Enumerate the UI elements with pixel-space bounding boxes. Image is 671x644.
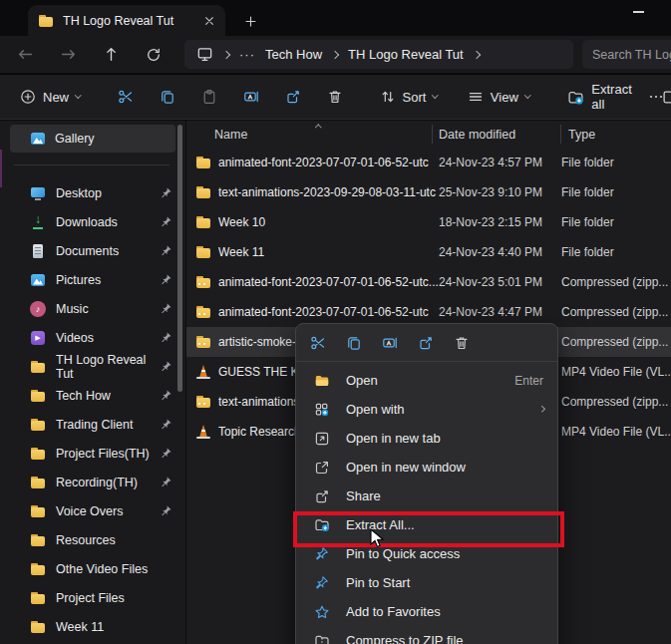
pin-icon [160,244,172,257]
extract-all-label: Extract all [591,82,631,112]
rename-icon[interactable] [382,335,398,351]
sidebar-item[interactable]: Resources [0,525,185,554]
this-pc-icon[interactable] [196,46,213,63]
sidebar-item[interactable]: Downloads [0,207,185,236]
file-name: text-animations-2023-09-29-08-03-11-utc [218,185,439,199]
menu-item-label: Open in new tab [346,431,441,446]
close-tab-icon[interactable] [203,15,215,27]
cut-button[interactable] [105,83,147,111]
file-name: Week 10 [218,215,439,229]
folder-icon [30,417,46,433]
copy-button[interactable] [147,83,188,111]
delete-button[interactable] [314,83,356,111]
file-date-modified: 24-Nov-23 5:01 PM [439,275,561,289]
trash-icon[interactable] [454,335,470,351]
sidebar-item[interactable]: Recording(TH) [0,468,185,496]
menu-item-share[interactable]: Share [296,482,557,510]
column-header-type[interactable]: Type [568,128,595,142]
details-pane-icon[interactable] [662,89,671,110]
sidebar-item[interactable]: TH Logo Reveal Tut [0,352,185,381]
sidebar-scrollbar[interactable] [177,125,182,392]
new-button[interactable]: New [12,83,89,111]
file-row[interactable]: text-animations-2023-09-29-08-03-11-utc … [186,177,671,207]
pin-icon [160,389,172,402]
sidebar-item-gallery[interactable]: Gallery [10,125,175,153]
sidebar-item[interactable]: Desktop [0,178,185,207]
copy-icon[interactable] [346,335,362,351]
new-tab-button[interactable] [237,8,263,34]
sidebar-item[interactable]: Music [0,294,185,323]
column-resize-handle[interactable] [560,125,561,144]
file-type: Compressed (zipp... [561,275,671,289]
breadcrumb-item-current[interactable]: TH Logo Reveal Tut [348,47,464,62]
paste-button[interactable] [188,83,230,111]
file-row[interactable]: Week 10 18-Nov-23 2:15 PM File folder [186,207,671,237]
breadcrumb-overflow[interactable]: ··· [239,47,255,62]
file-name: Week 11 [218,245,439,259]
minimize-button[interactable] [633,6,649,18]
sidebar-item[interactable]: Tech How [0,381,185,410]
menu-item-add-to-favorites[interactable]: Add to Favorites [296,597,557,626]
folder-icon [30,388,46,404]
zip-icon [195,304,211,320]
up-button[interactable] [94,41,128,69]
column-resize-handle[interactable] [432,125,433,144]
view-button-label: View [491,90,518,105]
sidebar-item[interactable]: Trading Client [0,410,185,439]
explorer-tab[interactable]: TH Logo Reveal Tut [28,5,225,36]
file-date-modified: 24-Nov-23 4:47 PM [439,305,561,319]
submenu-chevron-icon [538,406,544,412]
menu-item-pin-to-start[interactable]: Pin to Start [296,568,557,597]
sidebar-item[interactable]: Othe Video Files [0,554,185,583]
sidebar-item[interactable]: Voice Overs [0,496,185,525]
context-menu-items: Open Enter Open with Open in new tab [296,362,557,644]
refresh-button[interactable] [137,41,170,69]
column-header-name[interactable]: Name [214,128,247,142]
file-row[interactable]: animated-font-2023-07-07-01-06-52-utc...… [186,267,671,297]
back-button[interactable] [8,41,42,69]
menu-item-label: Add to Favorites [346,604,441,619]
file-name: animated-font-2023-07-07-01-06-52-utc [218,156,439,169]
search-input[interactable]: Search TH Log [582,40,671,69]
column-header-date[interactable]: Date modified [439,128,515,142]
file-row[interactable]: animated-font-2023-07-07-01-06-52-utc 24… [186,148,671,177]
view-button[interactable]: View [460,83,537,111]
scissors-icon[interactable] [310,335,326,351]
menu-item-label: Share [346,488,381,503]
sidebar-item-label: Othe Video Files [56,562,148,576]
file-row[interactable]: Week 11 24-Nov-23 4:40 PM File folder [186,237,671,267]
sidebar-items: Desktop Downloads Documents [0,178,185,641]
sidebar-item[interactable]: Documents [0,236,185,265]
breadcrumb-item-tech-how[interactable]: Tech How [265,47,322,62]
forward-button[interactable] [51,41,85,69]
file-date-modified: 18-Nov-23 2:15 PM [439,215,561,229]
sidebar-item[interactable]: Project Files(TH) [0,439,185,468]
documents-icon [30,243,46,259]
sidebar-item[interactable]: Project Files [0,583,185,612]
extract-all-button[interactable]: Extract all [559,76,639,118]
menu-item-open-in-new-tab[interactable]: Open in new tab [296,424,557,453]
menu-item-compress-to-zip[interactable]: Compress to ZIP file [296,626,557,644]
share-icon [314,488,330,504]
sidebar-item[interactable]: Pictures [0,265,185,294]
sort-button[interactable]: Sort [372,83,446,111]
share-icon[interactable] [418,335,434,351]
file-type: MP4 Video File (VL... [561,365,671,379]
rename-button[interactable] [230,83,272,111]
paste-icon [201,89,217,105]
folder-icon [195,244,211,260]
file-type: Compressed (zipp... [561,305,671,319]
share-button[interactable] [272,83,314,111]
menu-item-open[interactable]: Open Enter [296,366,557,395]
file-date-modified: 24-Nov-23 4:57 PM [439,156,561,169]
menu-item-open-in-new-window[interactable]: Open in new window [296,453,557,482]
folder-icon [30,475,46,490]
sidebar-item[interactable]: Week 11 [0,612,185,641]
menu-item-label: Open in new window [346,460,466,475]
zip-icon [195,334,211,350]
open-folder-icon [314,373,330,389]
folder-icon [195,184,211,200]
sidebar-item[interactable]: Videos [0,323,185,352]
menu-item-open-with[interactable]: Open with [296,395,557,424]
zip-icon [195,394,211,410]
